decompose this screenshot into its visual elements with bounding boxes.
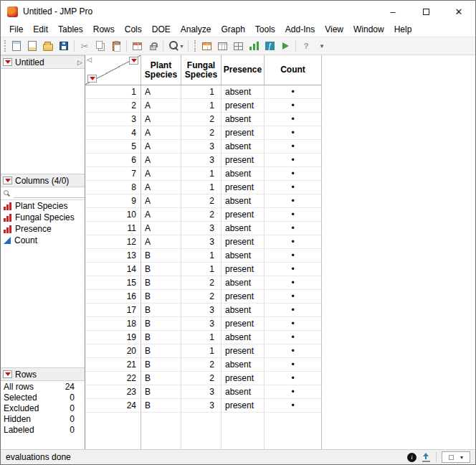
cell-fungal[interactable]: 1 bbox=[181, 344, 222, 358]
cell-fungal[interactable]: 3 bbox=[181, 399, 222, 413]
menu-cols[interactable]: Cols bbox=[120, 23, 147, 36]
paste-icon[interactable] bbox=[108, 38, 124, 54]
info-icon[interactable]: i bbox=[407, 453, 416, 462]
cell-fungal[interactable]: 2 bbox=[181, 113, 222, 126]
cell-presence[interactable]: present bbox=[222, 290, 265, 304]
cell-presence[interactable]: absent bbox=[222, 85, 265, 99]
cell-fungal[interactable]: 1 bbox=[181, 99, 222, 113]
cell-fungal[interactable]: 1 bbox=[181, 263, 222, 276]
open-file-icon[interactable] bbox=[40, 38, 56, 54]
cell-plant[interactable]: B bbox=[141, 399, 181, 413]
cell-presence[interactable]: present bbox=[222, 181, 265, 194]
row-number[interactable]: 4 bbox=[85, 126, 141, 140]
cell-count[interactable]: • bbox=[265, 126, 322, 140]
column-item-plant-species[interactable]: Plant Species bbox=[1, 200, 85, 212]
maximize-button[interactable] bbox=[409, 1, 442, 22]
row-number[interactable]: 10 bbox=[85, 208, 141, 222]
cell-plant[interactable]: B bbox=[141, 358, 181, 372]
column-item-fungal-species[interactable]: Fungal Species bbox=[1, 212, 85, 223]
cell-count[interactable]: • bbox=[265, 331, 322, 344]
cell-count[interactable]: • bbox=[265, 249, 322, 263]
copy-table-icon[interactable] bbox=[129, 38, 145, 54]
cell-count[interactable]: • bbox=[265, 167, 322, 181]
cell-count[interactable]: • bbox=[265, 99, 322, 113]
cell-fungal[interactable]: 2 bbox=[181, 208, 222, 222]
row-number[interactable]: 17 bbox=[85, 304, 141, 317]
cell-fungal[interactable]: 2 bbox=[181, 126, 222, 140]
column-header-count[interactable]: Count bbox=[265, 55, 322, 85]
red-triangle-menu-icon[interactable] bbox=[3, 58, 12, 66]
row-number[interactable]: 13 bbox=[85, 249, 141, 263]
cell-presence[interactable]: absent bbox=[222, 304, 265, 317]
cell-fungal[interactable]: 2 bbox=[181, 276, 222, 290]
menu-file[interactable]: File bbox=[4, 23, 28, 36]
new-table-icon[interactable] bbox=[199, 38, 214, 54]
cell-count[interactable]: • bbox=[265, 235, 322, 249]
cell-presence[interactable]: present bbox=[222, 399, 265, 413]
cell-presence[interactable]: absent bbox=[222, 276, 265, 290]
row-number[interactable]: 8 bbox=[85, 181, 141, 194]
cell-presence[interactable]: present bbox=[222, 344, 265, 358]
cell-fungal[interactable]: 3 bbox=[181, 140, 222, 154]
cell-presence[interactable]: present bbox=[222, 208, 265, 222]
cell-count[interactable]: • bbox=[265, 85, 322, 99]
status-dropdown[interactable]: ▾ bbox=[442, 451, 470, 463]
cell-presence[interactable]: absent bbox=[222, 222, 265, 235]
cell-fungal[interactable]: 3 bbox=[181, 222, 222, 235]
cell-count[interactable]: • bbox=[265, 358, 322, 372]
overflow-icon[interactable]: ▾ bbox=[314, 38, 330, 54]
run-script-icon[interactable] bbox=[277, 38, 293, 54]
cell-count[interactable]: • bbox=[265, 154, 322, 167]
cell-count[interactable]: • bbox=[265, 222, 322, 235]
columns-red-triangle-icon[interactable] bbox=[3, 177, 12, 184]
cell-count[interactable]: • bbox=[265, 399, 322, 413]
menu-add-ins[interactable]: Add-Ins bbox=[280, 23, 320, 36]
menu-tables[interactable]: Tables bbox=[53, 23, 88, 36]
cell-fungal[interactable]: 3 bbox=[181, 317, 222, 331]
help-icon[interactable]: ? bbox=[298, 38, 314, 54]
menu-analyze[interactable]: Analyze bbox=[176, 23, 216, 36]
cell-fungal[interactable]: 2 bbox=[181, 372, 222, 385]
cell-fungal[interactable]: 1 bbox=[181, 167, 222, 181]
cell-presence[interactable]: absent bbox=[222, 194, 265, 208]
cell-presence[interactable]: absent bbox=[222, 249, 265, 263]
graph-builder-icon[interactable] bbox=[246, 38, 262, 54]
row-number[interactable]: 22 bbox=[85, 372, 141, 385]
column-header-plant-species[interactable]: Plant Species bbox=[141, 55, 181, 85]
zoom-icon[interactable]: ▾ bbox=[166, 38, 186, 54]
row-number[interactable]: 23 bbox=[85, 385, 141, 399]
row-number[interactable]: 11 bbox=[85, 222, 141, 235]
lock-icon[interactable] bbox=[145, 38, 161, 54]
cell-plant[interactable]: B bbox=[141, 344, 181, 358]
menu-window[interactable]: Window bbox=[348, 23, 389, 36]
cut-icon[interactable]: ✂ bbox=[77, 38, 92, 54]
cell-count[interactable]: • bbox=[265, 208, 322, 222]
column-header-fungal-species[interactable]: Fungal Species bbox=[181, 55, 222, 85]
cell-fungal[interactable]: 3 bbox=[181, 235, 222, 249]
row-number[interactable]: 21 bbox=[85, 358, 141, 372]
rows-menu-icon[interactable] bbox=[87, 75, 97, 83]
new-journal-icon[interactable] bbox=[24, 38, 40, 54]
cell-count[interactable]: • bbox=[265, 276, 322, 290]
cell-fungal[interactable]: 2 bbox=[181, 358, 222, 372]
copy-icon[interactable] bbox=[92, 38, 108, 54]
cell-plant[interactable]: A bbox=[141, 140, 181, 154]
cell-plant[interactable]: B bbox=[141, 276, 181, 290]
cell-count[interactable]: • bbox=[265, 290, 322, 304]
menu-edit[interactable]: Edit bbox=[28, 23, 53, 36]
cell-presence[interactable]: present bbox=[222, 99, 265, 113]
cell-plant[interactable]: A bbox=[141, 113, 181, 126]
cell-fungal[interactable]: 3 bbox=[181, 154, 222, 167]
row-number[interactable]: 12 bbox=[85, 235, 141, 249]
row-number[interactable]: 1 bbox=[85, 85, 141, 99]
cell-presence[interactable]: present bbox=[222, 154, 265, 167]
panel-expander-icon[interactable]: ▷ bbox=[77, 59, 82, 66]
cell-plant[interactable]: A bbox=[141, 181, 181, 194]
close-button[interactable]: ✕ bbox=[442, 1, 475, 22]
menu-help[interactable]: Help bbox=[389, 23, 417, 36]
cell-count[interactable]: • bbox=[265, 140, 322, 154]
cell-count[interactable]: • bbox=[265, 385, 322, 399]
cell-plant[interactable]: B bbox=[141, 372, 181, 385]
collapse-sidebar-icon[interactable]: ◁ bbox=[87, 56, 92, 63]
cell-fungal[interactable]: 3 bbox=[181, 304, 222, 317]
